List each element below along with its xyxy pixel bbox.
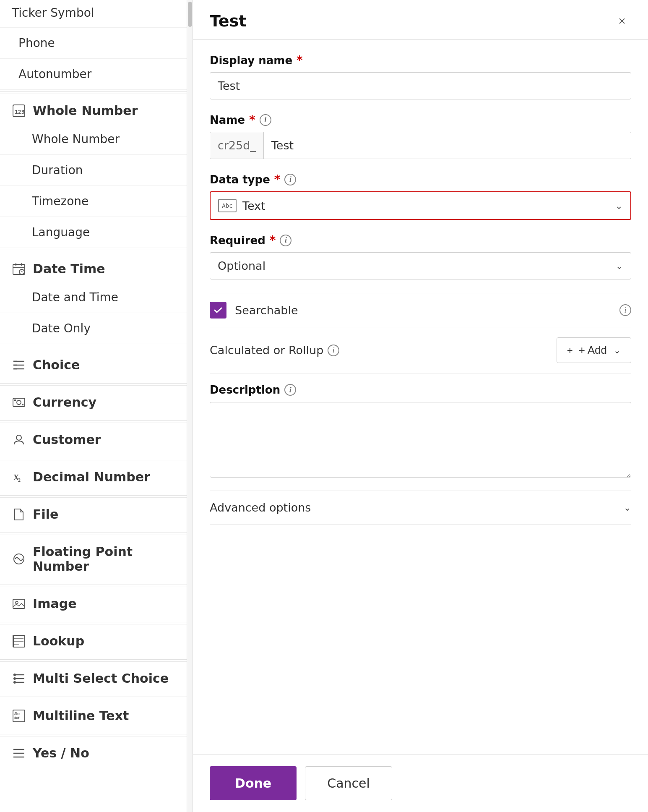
svg-point-34 [13,674,16,676]
calc-rollup-info-icon[interactable]: i [328,345,339,356]
floating-point-icon [12,552,26,566]
scroll-thumb [188,2,192,27]
multi-select-icon [12,671,26,686]
section-multiline-text[interactable]: Abc def Multiline Text [0,699,193,732]
svg-rect-17 [14,399,16,401]
svg-point-35 [13,677,16,680]
name-info-icon[interactable]: i [260,114,271,126]
datetime-icon [12,262,26,276]
section-floating-point[interactable]: Floating Point Number [0,535,193,583]
currency-icon [12,395,26,410]
panel-footer: Done Cancel [193,754,648,812]
list-item-timezone[interactable]: Timezone [0,186,193,217]
divider [0,622,193,622]
done-button[interactable]: Done [210,766,297,800]
section-multi-select-choice[interactable]: Multi Select Choice [0,661,193,695]
add-chevron-icon: ⌄ [614,345,621,355]
name-input[interactable] [264,132,631,159]
required-field: Required * i Optional ⌄ [210,233,631,279]
svg-text:Abc: Abc [14,712,21,716]
calc-rollup-row: Calculated or Rollup i + + Add ⌄ [210,327,631,373]
section-yes-no[interactable]: Yes / No [0,736,193,770]
customer-icon [12,433,26,447]
description-section: Description i [210,373,631,491]
description-info-icon[interactable]: i [284,384,296,396]
divider [0,495,193,496]
whole-number-icon: 123 [12,104,26,118]
advanced-options-row[interactable]: Advanced options ⌄ [210,491,631,525]
divider [0,91,193,92]
section-customer[interactable]: Customer [0,423,193,456]
file-icon [12,507,26,522]
truncated-item[interactable]: Ticker Symbol [0,0,193,28]
close-button[interactable]: × [613,12,631,30]
list-item-date-only[interactable]: Date Only [0,313,193,344]
searchable-checkbox[interactable] [210,302,226,319]
display-name-input[interactable] [210,72,631,99]
choice-icon [12,358,26,372]
divider [0,458,193,458]
scroll-indicator[interactable] [187,0,193,812]
searchable-row: Searchable i [210,293,631,327]
name-prefix: cr25d_ [210,132,264,159]
list-item-duration[interactable]: Duration [0,155,193,186]
add-button[interactable]: + + Add ⌄ [557,337,631,363]
list-item-autonumber[interactable]: Autonumber [0,59,193,90]
left-panel: Ticker Symbol Phone Autonumber 123 Whole… [0,0,193,812]
svg-text:2: 2 [18,477,21,483]
name-input-group: cr25d_ [210,132,631,159]
svg-point-25 [16,601,18,604]
yes-no-icon [12,746,26,760]
panel-body: Display name * Name * i cr25d_ Data type… [193,40,648,754]
data-type-label: Data type * i [210,172,631,186]
section-image[interactable]: Image [0,587,193,620]
text-type-icon: Abc [218,199,237,212]
required-dropdown[interactable]: Optional ⌄ [210,252,631,279]
svg-rect-24 [13,599,25,608]
data-type-info-icon[interactable]: i [284,174,296,185]
svg-point-36 [13,681,16,684]
section-decimal-number[interactable]: X 2 Decimal Number [0,460,193,493]
list-item-whole-number[interactable]: Whole Number [0,124,193,155]
display-name-field: Display name * [210,53,631,99]
calc-rollup-label: Calculated or Rollup i [210,344,339,357]
divider [0,420,193,421]
section-currency[interactable]: Currency [0,385,193,419]
list-item-language[interactable]: Language [0,217,193,248]
checkmark-icon [213,305,223,315]
required-star-datatype: * [274,172,281,186]
svg-point-19 [16,435,21,440]
svg-point-16 [17,400,21,405]
divider [0,346,193,346]
required-star: * [297,53,303,67]
required-info-icon[interactable]: i [280,235,291,246]
divider [0,250,193,250]
data-type-dropdown[interactable]: Abc Text ⌄ [210,191,631,220]
section-lookup[interactable]: Lookup [0,624,193,658]
divider [0,585,193,585]
section-date-time: Date Time [0,252,193,282]
data-type-field: Data type * i Abc Text ⌄ [210,172,631,220]
multiline-text-icon: Abc def [12,709,26,723]
description-textarea[interactable] [210,402,631,478]
list-item-date-and-time[interactable]: Date and Time [0,282,193,313]
chevron-down-required-icon: ⌄ [616,261,623,271]
list-item-phone[interactable]: Phone [0,28,193,59]
divider [0,383,193,384]
decimal-icon: X 2 [12,470,26,484]
required-star-name: * [249,113,255,127]
name-label: Name * i [210,113,631,127]
section-file[interactable]: File [0,497,193,531]
panel-title: Test [210,12,246,30]
cancel-button[interactable]: Cancel [305,766,392,800]
image-icon [12,597,26,611]
section-choice[interactable]: Choice [0,348,193,381]
section-whole-number: 123 Whole Number [0,94,193,124]
searchable-info-icon[interactable]: i [619,304,631,316]
plus-icon: + [567,345,573,356]
advanced-chevron-icon: ⌄ [624,502,631,513]
chevron-down-icon: ⌄ [615,201,623,211]
advanced-options-label: Advanced options [210,501,311,514]
panel-header: Test × [193,0,648,40]
divider [0,734,193,734]
